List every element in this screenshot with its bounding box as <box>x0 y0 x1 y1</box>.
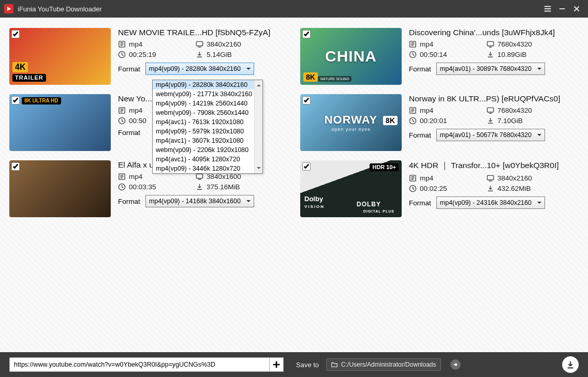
format-option[interactable]: mp4(avc1) - 3607k 1920x1080 <box>153 136 262 145</box>
file-icon <box>118 107 126 114</box>
file-icon <box>118 173 126 180</box>
video-thumbnail[interactable]: NORWAY open your eyes 8K <box>300 94 402 151</box>
format-label: Format <box>409 199 431 207</box>
thumb-text: DIGITAL PLUS <box>363 209 394 213</box>
video-item: NORWAY open your eyes 8K Norway in 8K UL… <box>300 94 579 151</box>
url-input[interactable] <box>9 357 269 372</box>
folder-icon <box>331 361 338 368</box>
format-label: Format <box>118 129 140 137</box>
trailer-badge: TRAILER <box>12 74 46 82</box>
resolution-badge: 8K <box>303 72 318 82</box>
format-option[interactable]: webm(vp09) - 2206k 1920x1080 <box>153 145 262 155</box>
size-value: 5.14GiB <box>207 51 232 58</box>
file-icon <box>409 174 417 182</box>
resolution-value: 3840x1600 <box>207 173 241 180</box>
format-option[interactable]: mp4(vp09) - 14219k 2560x1440 <box>153 99 262 108</box>
format-option[interactable]: webm(vp09) - 7908k 2560x1440 <box>153 108 262 117</box>
video-title: NEW MOVIE TRAILE...HD [fSbNQ5-FZyA] <box>118 28 288 37</box>
video-thumbnail[interactable]: HDR 10+ Dolby VISION DOLBY DIGITAL PLUS <box>300 160 402 217</box>
title-bar: iFunia YouTube Downloader <box>0 0 588 18</box>
format-option[interactable]: mp4(avc1) - 7613k 1920x1080 <box>153 117 262 127</box>
resolution-badge: 8K ULTRA HD <box>22 97 61 104</box>
app-logo-icon <box>4 4 13 13</box>
resolution-badge: 4K <box>12 62 28 72</box>
video-title: 4K HDR ｜ Transfor...10+ [w0YbekQ3R0I] <box>409 160 579 171</box>
format-option[interactable]: webm(vp09) - 21771k 3840x2160 <box>153 89 262 99</box>
svg-rect-16 <box>487 175 493 179</box>
clock-icon <box>118 117 126 125</box>
size-value: 10.89GiB <box>497 51 526 58</box>
resolution-value: 3840x2160 <box>207 40 241 48</box>
thumb-subtitle-text: open your eyes <box>325 127 378 132</box>
close-button[interactable] <box>569 2 584 16</box>
open-folder-button[interactable] <box>450 359 461 370</box>
format-option[interactable]: mp4(avc1) - 4095k 1280x720 <box>153 155 262 164</box>
save-path-value: C:/Users/Administrator/Downloads <box>341 361 436 368</box>
video-item: HDR 10+ Dolby VISION DOLBY DIGITAL PLUS … <box>300 160 579 217</box>
monitor-icon <box>487 174 494 182</box>
file-icon <box>409 107 417 114</box>
size-value: 375.16MiB <box>207 183 240 191</box>
video-title: Discovering China'...unds [3uWFhjx8Jk4] <box>409 28 579 37</box>
select-checkbox[interactable] <box>302 30 311 38</box>
select-checkbox[interactable] <box>11 162 20 171</box>
format-dropdown[interactable]: mp4(vp09) - 28280k 3840x2160 webm(vp09) … <box>152 80 263 174</box>
footer-bar: Save to C:/Users/Administrator/Downloads <box>0 352 588 377</box>
format-select[interactable]: mp4(av01) - 50677k 7680x4320 <box>436 129 545 141</box>
clock-icon <box>118 183 126 191</box>
download-size-icon <box>196 183 203 191</box>
download-size-icon <box>487 117 494 125</box>
svg-rect-2 <box>196 41 202 46</box>
menu-button[interactable] <box>540 2 555 16</box>
format-option[interactable]: mp4(vp09) - 3446k 1280x720 <box>153 164 262 173</box>
format-option[interactable]: mp4(vp09) - 5979k 1920x1080 <box>153 127 262 136</box>
duration-value: 00:50:14 <box>420 51 447 58</box>
clock-icon <box>409 185 417 192</box>
duration-value: 00:25:19 <box>129 51 156 58</box>
select-checkbox[interactable] <box>11 96 20 104</box>
duration-value: 00:03:35 <box>129 183 156 191</box>
video-thumbnail[interactable]: CHINA 8K NATURE SOUND <box>300 28 402 85</box>
content-area: 4K TRAILER NEW MOVIE TRAILE...HD [fSbNQ5… <box>0 18 588 352</box>
video-thumbnail[interactable]: 8K ULTRA HD <box>9 94 111 151</box>
monitor-icon <box>487 107 494 114</box>
format-label: Format <box>118 198 140 205</box>
thumb-title-text: CHINA <box>325 48 377 65</box>
format-option[interactable]: mp4(vp09) - 28280k 3840x2160 <box>153 80 262 89</box>
dropdown-scrollbar[interactable] <box>254 80 262 173</box>
download-size-icon <box>196 51 203 58</box>
minimize-button[interactable] <box>555 2 569 16</box>
svg-marker-0 <box>7 7 11 11</box>
duration-value: 00:50 <box>129 117 146 125</box>
video-thumbnail[interactable]: 4K TRAILER <box>9 28 111 85</box>
select-checkbox[interactable] <box>302 162 311 171</box>
duration-value: 00:02:25 <box>420 185 447 192</box>
add-url-button[interactable] <box>269 357 284 372</box>
size-value: 432.62MiB <box>497 185 531 192</box>
format-select[interactable]: mp4(vp09) - 14168k 3840x1600 <box>145 195 254 207</box>
clock-icon <box>409 117 417 125</box>
container-value: mp4 <box>129 107 142 114</box>
video-item: 4K TRAILER NEW MOVIE TRAILE...HD [fSbNQ5… <box>9 28 288 85</box>
container-value: mp4 <box>420 107 433 114</box>
select-checkbox[interactable] <box>11 30 20 38</box>
file-icon <box>409 40 417 48</box>
video-title: Norway in 8K ULTR...PS) [eRUQPfVACs0] <box>409 94 579 103</box>
format-select[interactable]: mp4(vp09) - 28280k 3840x2160 <box>145 63 254 75</box>
download-button[interactable] <box>562 356 579 373</box>
download-size-icon <box>487 51 494 58</box>
monitor-icon <box>196 40 203 48</box>
thumb-text: VISION <box>304 204 325 209</box>
container-value: mp4 <box>129 40 142 48</box>
format-select[interactable]: mp4(vp09) - 24316k 3840x2160 <box>436 197 545 209</box>
container-value: mp4 <box>129 173 142 180</box>
format-select[interactable]: mp4(av01) - 30897k 7680x4320 <box>436 63 545 75</box>
save-path-selector[interactable]: C:/Users/Administrator/Downloads <box>326 358 440 371</box>
duration-value: 00:20:01 <box>420 117 447 125</box>
video-thumbnail[interactable] <box>9 160 111 217</box>
format-label: Format <box>118 65 140 73</box>
format-label: Format <box>409 131 431 139</box>
container-value: mp4 <box>420 40 433 48</box>
select-checkbox[interactable] <box>302 96 311 104</box>
resolution-value: 7680x4320 <box>497 40 532 48</box>
